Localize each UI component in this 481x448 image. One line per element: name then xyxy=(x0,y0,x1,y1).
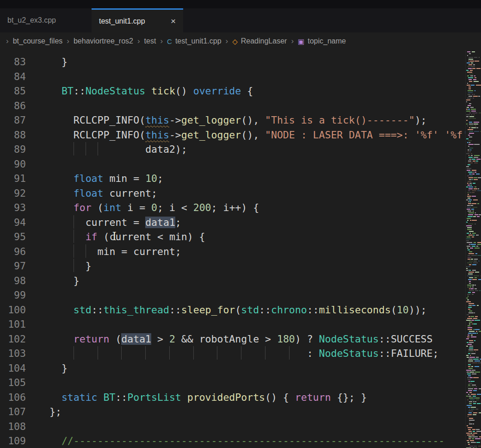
code-line[interactable]: 100 std::this_thread::sleep_for(std::chr… xyxy=(0,303,465,317)
breadcrumb-item[interactable]: behaviortree_ros2 xyxy=(74,37,133,45)
minimap-line xyxy=(466,383,481,385)
minimap-line xyxy=(466,94,481,96)
line-number: 88 xyxy=(0,128,26,143)
editor-tab[interactable]: bt_u2_ex3.cpp xyxy=(0,8,92,32)
chevron-right-icon: › xyxy=(67,37,69,46)
breadcrumb-item[interactable]: ▣topic_name xyxy=(298,37,346,45)
minimap-line xyxy=(466,275,481,277)
code-line[interactable]: 89 data2); xyxy=(0,142,465,157)
code-line-text: //--------------------------------------… xyxy=(26,434,444,448)
minimap-line xyxy=(466,416,481,418)
minimap-line xyxy=(466,411,481,412)
minimap-line xyxy=(466,257,481,259)
code-line-text: for (int i = 0; i < 200; i++) { xyxy=(26,200,259,215)
code-line[interactable]: 88 RCLCPP_INFO(this->get_logger(), "NODE… xyxy=(0,128,465,143)
minimap-line xyxy=(466,399,481,401)
code-line[interactable]: 90 xyxy=(0,157,465,172)
chevron-right-icon: › xyxy=(291,37,294,46)
line-number: 109 xyxy=(0,434,26,448)
code-line[interactable]: 104 } xyxy=(0,361,465,376)
code-line[interactable]: 92 float current; xyxy=(0,186,465,201)
code-line-text: BT::NodeStatus tick() override { xyxy=(26,84,253,99)
code-line-text xyxy=(26,419,49,434)
breadcrumb-item[interactable]: ◇ReadingLaser xyxy=(232,37,287,45)
breadcrumb-label: topic_name xyxy=(308,37,346,45)
breadcrumb: ›bt_course_files›behaviortree_ros2›test›… xyxy=(0,32,481,50)
code-line[interactable]: 106 static BT::PortsList providedPorts()… xyxy=(0,390,465,405)
code-line[interactable]: 105 xyxy=(0,375,465,390)
line-number: 90 xyxy=(0,157,26,172)
minimap-line xyxy=(466,314,481,316)
minimap[interactable] xyxy=(465,50,481,448)
minimap-line xyxy=(466,362,481,364)
line-number: 104 xyxy=(0,361,26,376)
code-line[interactable]: 101 xyxy=(0,317,465,332)
code-line[interactable]: 83 } xyxy=(0,55,465,69)
code-line[interactable]: 103 : NodeStatus::FAILURE; xyxy=(0,346,465,361)
breadcrumb-item[interactable]: bt_course_files xyxy=(13,37,63,45)
tab-label: bt_u2_ex3.cpp xyxy=(7,16,56,25)
code-line-text: } xyxy=(26,55,68,69)
breadcrumb-item[interactable]: test xyxy=(144,37,156,45)
code-line-text: RCLCPP_INFO(this->get_logger(), "NODE : … xyxy=(26,128,465,143)
code-line[interactable]: 84 xyxy=(0,69,465,84)
minimap-line xyxy=(466,262,481,264)
code-line[interactable]: 102 return (data1 > 2 && robotAngle > 18… xyxy=(0,332,465,347)
line-number: 100 xyxy=(0,303,26,317)
code-line[interactable]: 95 if (cIurrent < min) { xyxy=(0,230,465,244)
minimap-line xyxy=(466,422,481,423)
line-number: 89 xyxy=(0,142,26,157)
line-number: 105 xyxy=(0,375,26,390)
code-line[interactable]: 93 for (int i = 0; i < 200; i++) { xyxy=(0,200,465,215)
code-line-text: min = current; xyxy=(26,244,181,259)
code-line[interactable]: 99 xyxy=(0,288,465,303)
editor-tab[interactable]: test_unit1.cpp× xyxy=(92,8,183,32)
close-icon[interactable]: × xyxy=(171,17,176,25)
code-line-text xyxy=(26,288,49,303)
code-line[interactable]: 96 min = current; xyxy=(0,244,465,259)
line-number: 103 xyxy=(0,346,26,361)
minimap-line xyxy=(466,140,481,142)
line-number: 108 xyxy=(0,419,26,434)
code-line-text: static BT::PortsList providedPorts() { r… xyxy=(26,390,367,405)
code-line-text: } xyxy=(26,259,92,274)
code-line[interactable]: 108 xyxy=(0,419,465,434)
code-editor[interactable]: 83 }8485 BT::NodeStatus tick() override … xyxy=(0,50,465,448)
minimap-line xyxy=(466,446,481,448)
minimap-line xyxy=(466,175,481,177)
minimap-line xyxy=(466,379,481,381)
ibeam-cursor: I xyxy=(112,231,116,242)
minimap-line xyxy=(466,240,481,242)
line-number: 98 xyxy=(0,274,26,288)
minimap-line xyxy=(466,162,481,164)
line-number: 102 xyxy=(0,332,26,347)
breadcrumb-item[interactable]: Ctest_unit1.cpp xyxy=(167,37,221,45)
minimap-line xyxy=(466,351,481,353)
code-line-text xyxy=(26,99,49,113)
code-line-text: } xyxy=(26,274,80,288)
minimap-line xyxy=(466,224,481,225)
minimap-line xyxy=(466,74,481,75)
line-number: 91 xyxy=(0,171,26,186)
window-titlebar xyxy=(0,0,481,8)
cpp-file-icon: C xyxy=(167,38,172,45)
code-line[interactable]: 109 //----------------------------------… xyxy=(0,434,465,448)
code-line[interactable]: 86 xyxy=(0,99,465,113)
code-line-text xyxy=(26,375,49,390)
line-number: 84 xyxy=(0,69,26,84)
chevron-right-icon: › xyxy=(137,37,140,46)
code-line-text: if (cIurrent < min) { xyxy=(26,230,205,244)
code-line[interactable]: 87 RCLCPP_INFO(this->get_logger(), "This… xyxy=(0,113,465,128)
code-line[interactable]: 85 BT::NodeStatus tick() override { xyxy=(0,84,465,99)
code-line[interactable]: 91 float min = 10; xyxy=(0,171,465,186)
breadcrumb-label: test_unit1.cpp xyxy=(175,37,222,45)
code-line[interactable]: 97 } xyxy=(0,259,465,274)
code-line[interactable]: 107}; xyxy=(0,404,465,419)
minimap-line xyxy=(466,266,481,268)
minimap-line xyxy=(466,57,481,59)
code-line-text xyxy=(26,69,49,84)
code-line[interactable]: 94 current = data1; xyxy=(0,215,465,230)
minimap-line xyxy=(466,192,481,194)
code-line[interactable]: 98 } xyxy=(0,274,465,288)
line-number: 94 xyxy=(0,215,26,230)
